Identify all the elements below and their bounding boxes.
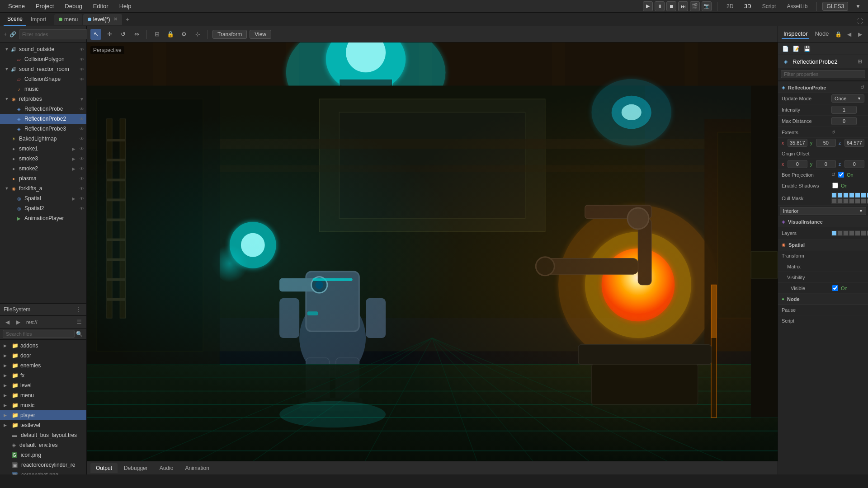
add-node-button[interactable]: + [4,30,7,39]
visibility-toggle[interactable]: 👁 [78,125,85,132]
shadows-checkbox[interactable] [832,183,838,188]
layer-cell-0[interactable] [831,230,837,236]
tool-move[interactable]: ✛ [104,29,115,40]
tree-item-bakedlightmap[interactable]: ☀ BakedLightmap 👁 [0,134,86,144]
tab-debugger[interactable]: Debugger [118,463,153,473]
visibility-toggle[interactable]: 👁 [78,175,85,182]
tree-item-collision-shape[interactable]: ▱ CollisionShape 👁 [0,74,86,84]
tree-item-sound-outside[interactable]: ▼ 🔊 sound_outside 👁 [0,44,86,54]
fs-item-player[interactable]: ▶ 📁 player [0,410,86,420]
tab-import[interactable]: Import [27,13,50,26]
tool-lock[interactable]: 🔒 [165,29,176,40]
tool-select[interactable]: ↖ [90,29,101,40]
shadows-toggle[interactable]: On [831,183,848,188]
tree-item-collision-polygon[interactable]: ▱ CollisionPolygon 👁 [0,54,86,64]
link-node-button[interactable]: 🔗 [9,30,16,39]
section-visualinstance[interactable]: ◈ VisualInstance [778,216,868,227]
tree-item-smoke1[interactable]: ● smoke1 ▶ 👁 [0,144,86,154]
box-proj-checkbox[interactable] [838,172,844,178]
fs-back-button[interactable]: ◀ [3,318,12,327]
cull-cell-5[interactable] [861,192,866,198]
tree-item-spatial2[interactable]: ◎ Spatial2 👁 [0,203,86,213]
visibility-toggle[interactable]: 👁 [78,105,85,113]
tab-audio[interactable]: Audio [154,463,179,473]
fs-item-enemies[interactable]: ▶ 📁 enemies [0,361,86,371]
mode-assetlib[interactable]: AssetLib [783,2,811,10]
visibility-toggle[interactable]: 👁 [78,185,85,192]
renderer-arrow[interactable]: ▼ [852,2,864,10]
fs-forward-button[interactable]: ▶ [14,318,23,327]
fs-item-fx[interactable]: ▶ 📁 fx [0,371,86,380]
renderer-badge[interactable]: GLES3 [822,2,848,11]
visibility-toggle[interactable]: 👁 [78,195,85,202]
layer-cell-4[interactable] [855,230,860,236]
stop-button[interactable]: ⏹ [666,1,676,11]
visibility-toggle[interactable]: 👁 [78,115,85,122]
tab-add-button[interactable]: + [123,15,132,24]
inspector-lock-icon[interactable]: 🔒 [834,30,843,39]
fs-item-testlevel[interactable]: ▶ 📁 testlevel [0,420,86,430]
inspector-history-next[interactable]: ▶ [855,30,864,39]
insp-add-component[interactable]: 📄 [781,44,790,53]
cull-cell-1[interactable] [837,192,843,198]
layer-cell-5[interactable] [861,230,866,236]
box-proj-reset[interactable]: ↺ [831,172,835,178]
tree-item-refprobe3[interactable]: ◈ ReflectionProbe3 👁 [0,124,86,134]
tree-item-music[interactable]: ♪ music [0,84,86,94]
fs-item-door[interactable]: ▶ 📁 door [0,351,86,361]
origin-z-input[interactable]: 0 [844,160,865,168]
origin-y-input[interactable]: 0 [816,160,836,168]
movie-button[interactable]: 🎬 [690,1,700,11]
tool-snap[interactable]: ⊹ [192,29,203,40]
fs-search-button[interactable]: 🔍 [75,329,84,338]
visibility-toggle[interactable]: 👁 [78,46,85,53]
extents-y-input[interactable]: 50 [816,139,836,147]
layer-cell-3[interactable] [849,230,854,236]
menu-scene[interactable]: Scene [4,2,29,10]
box-proj-toggle[interactable]: ↺ On [831,172,854,178]
fs-item-reactor[interactable]: ▣ reactorcorecylinder_re [0,460,86,470]
cull-cell-9[interactable] [837,198,843,204]
tab-expand-button[interactable]: ⛶ [855,17,864,26]
fs-layout-button[interactable]: ☰ [75,318,84,327]
camera-button[interactable]: 📷 [702,1,712,11]
origin-x-input[interactable]: 0 [788,160,808,168]
fs-item-icon[interactable]: G icon.png [0,450,86,460]
fs-item-addons[interactable]: ▶ 📁 addons [0,341,86,351]
fs-search-input[interactable] [3,330,75,338]
file-tab-menu[interactable]: menu [54,14,82,25]
menu-project[interactable]: Project [31,2,58,10]
tree-item-smoke3[interactable]: ● smoke3 ▶ 👁 [0,154,86,164]
tab-node[interactable]: Node [813,29,830,39]
cull-cell-13[interactable] [861,198,866,204]
inspector-history-prev[interactable]: ◀ [844,30,854,39]
visibility-toggle[interactable]: 👁 [78,205,85,212]
tree-item-plasma[interactable]: ● plasma 👁 [0,174,86,183]
cull-cell-0[interactable] [831,192,837,198]
layer-cell-1[interactable] [837,230,843,236]
mode-3d[interactable]: 3D [741,2,755,10]
insp-open-script[interactable]: 📝 [792,44,801,53]
visibility-toggle[interactable]: 👁 [78,145,85,152]
visibility-toggle[interactable]: 👁 [78,75,85,83]
visibility-toggle[interactable]: 👁 [78,66,85,73]
extents-z-input[interactable]: 64.577 [844,139,865,147]
update-mode-dropdown[interactable]: Once ▼ [831,94,864,103]
tree-item-sound-reactor[interactable]: ▼ 🔊 sound_reactor_room 👁 [0,64,86,74]
tool-group[interactable]: ⚙ [179,29,189,40]
max-distance-input[interactable]: 0 [831,117,857,125]
tree-item-forklifts[interactable]: ▼ ◉ forklifts_a 👁 [0,183,86,193]
section-spatial[interactable]: ◉ Spatial [778,239,868,250]
filter-properties-input[interactable] [781,70,865,78]
tree-item-refprobes[interactable]: ▼ ◉ refprobes ▼ [0,94,86,104]
visibility-toggle[interactable]: 👁 [78,56,85,63]
fs-options-button[interactable]: ⋮ [74,305,83,314]
cull-cell-2[interactable] [843,192,849,198]
play-button[interactable]: ▶ [643,1,653,11]
tree-item-refprobe1[interactable]: ◈ ReflectionProbe 👁 [0,104,86,114]
section-node[interactable]: ● Node [778,294,868,305]
fs-item-music[interactable]: ▶ 📁 music [0,400,86,410]
visible-toggle[interactable]: On [831,285,848,291]
tab-inspector[interactable]: Inspector [782,29,809,39]
cull-cell-4[interactable] [855,192,860,198]
